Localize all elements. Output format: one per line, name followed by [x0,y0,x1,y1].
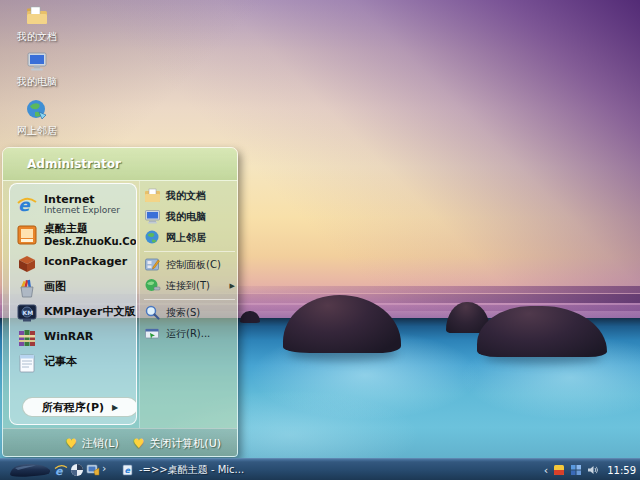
item-title: WinRAR [44,331,93,343]
winrar-icon [16,327,38,349]
desktop-icon-label: 我的文档 [17,30,57,44]
tray-icon-1[interactable] [553,464,565,476]
item-label: 连接到(T) [166,279,210,293]
menu-item-my-computer[interactable]: 我的电脑 [144,206,237,227]
iconpackager-icon [16,252,38,274]
menu-item-connect-to[interactable]: 连接到(T) ▶ [144,275,237,296]
svg-text:KM: KM [23,309,34,316]
item-title: KMPlayer中文版 [44,306,135,318]
desktop-icon-my-documents[interactable]: 我的文档 [8,4,66,44]
all-programs-label: 所有程序(P) [42,400,104,415]
start-button[interactable] [6,461,54,479]
desktop-icon-label: 我的电脑 [17,75,57,89]
places-panel: 我的文档 我的电脑 [140,181,238,428]
item-label: 搜索(S) [166,306,200,320]
item-title: 画图 [44,281,66,293]
taskbar-clock[interactable]: 11:59 [607,465,636,476]
submenu-arrow-icon: ▶ [112,403,118,412]
start-menu-footer: ♥ 注销(L) ♥ 关闭计算机(U) [3,428,237,457]
paint-icon [16,277,38,299]
tray-icon-volume[interactable] [587,464,599,476]
quicklaunch-internet-explorer[interactable]: e [54,463,68,477]
network-places-icon [25,98,49,122]
menu-item-kmplayer[interactable]: KM KMPlayer中文版 [10,300,136,325]
start-menu-header: Administrator [3,148,237,181]
rock [240,311,260,323]
menu-item-control-panel[interactable]: 控制面板(C) [144,254,237,275]
menu-item-internet-explorer[interactable]: e Internet Internet Explorer [10,190,136,220]
run-icon [144,325,161,342]
menu-item-winrar[interactable]: WinRAR [10,325,136,350]
item-label: 网上邻居 [166,231,206,245]
tray-collapse-icon[interactable]: ‹ [544,464,548,477]
item-subtitle: Internet Explorer [44,206,120,216]
tray-icon-2[interactable] [570,464,582,476]
task-button-label: -=>>桌酷主题 - Mic... [139,463,244,477]
start-menu-body: e Internet Internet Explorer [3,181,237,428]
taskbar: e › e -= [0,458,640,480]
all-programs-button[interactable]: 所有程序(P) ▶ [22,397,137,417]
my-documents-icon [144,187,161,204]
menu-separator [144,251,235,252]
desktop-icon-my-computer[interactable]: 我的电脑 [8,49,66,89]
desktop-icon-label: 网上邻居 [17,124,57,138]
menu-separator [144,299,235,300]
item-label: 控制面板(C) [166,258,221,272]
item-title: 记事本 [44,356,77,368]
shut-down-button[interactable]: ♥ 关闭计算机(U) [133,436,221,451]
menu-item-iconpackager[interactable]: IconPackager [10,250,136,275]
log-off-label: 注销(L) [82,436,119,451]
quicklaunch-expand-icon[interactable]: › [102,462,106,475]
system-tray: ‹ [544,459,636,480]
menu-item-search[interactable]: 搜索(S) [144,302,237,323]
menu-item-paint[interactable]: 画图 [10,275,136,300]
item-title: IconPackager [44,256,127,268]
item-label: 运行(R)... [166,327,210,341]
task-window-icon: e [122,464,134,476]
item-label: 我的文档 [166,189,206,203]
notepad-icon [16,352,38,374]
menu-item-notepad[interactable]: 记事本 [10,350,136,375]
zhuoku-icon [16,224,38,246]
menu-item-run[interactable]: 运行(R)... [144,323,237,344]
log-off-button[interactable]: ♥ 注销(L) [65,436,118,451]
internet-explorer-icon: e [16,194,38,216]
my-documents-icon [25,4,49,28]
username: Administrator [27,157,121,171]
menu-item-zhuoku-theme[interactable]: 桌酷主题 Desk.ZhuoKu.Com [10,220,136,250]
network-places-icon [144,229,161,246]
search-icon [144,304,161,321]
connect-to-icon [144,277,161,294]
shut-down-icon: ♥ [133,437,145,450]
pinned-programs-panel: e Internet Internet Explorer [9,183,137,425]
desktop: 我的文档 我的电脑 网上邻居 [0,0,640,480]
shut-down-label: 关闭计算机(U) [149,436,221,451]
item-subtitle: Desk.ZhuoKu.Com [44,236,137,247]
my-computer-icon [144,208,161,225]
item-title: 桌酷主题 [44,223,137,235]
desktop-icon-network-places[interactable]: 网上邻居 [8,98,66,138]
control-panel-icon [144,256,161,273]
submenu-arrow-icon: ▶ [230,282,235,290]
kmplayer-icon: KM [16,302,38,324]
quicklaunch-media-player[interactable] [70,463,84,477]
my-computer-icon [25,49,49,73]
menu-item-network-places[interactable]: 网上邻居 [144,227,237,248]
svg-text:e: e [125,466,131,475]
quicklaunch-show-desktop[interactable] [86,463,100,477]
item-label: 我的电脑 [166,210,206,224]
taskbar-task-zhuoku[interactable]: e -=>>桌酷主题 - Mic... [116,461,250,479]
menu-item-my-documents[interactable]: 我的文档 [144,185,237,206]
start-menu: Administrator e Internet Internet Explor… [2,147,238,457]
log-off-icon: ♥ [65,437,77,450]
